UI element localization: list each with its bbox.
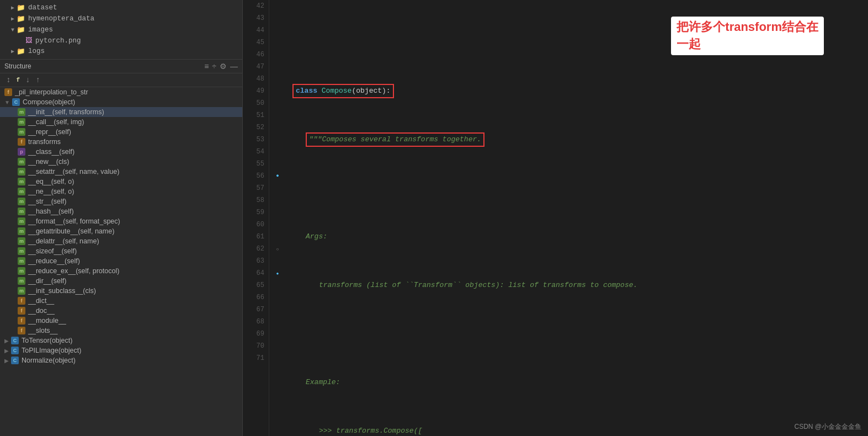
struct-item-slots[interactable]: f __slots__ [0,326,242,336]
struct-label: __repr__(self) [28,128,71,136]
struct-item-reduce[interactable]: m __reduce__(self) [0,256,242,266]
watermark: CSDN @小金金金金鱼 [794,422,861,432]
struct-item-getattr[interactable]: m __getattribute__(self, name) [0,226,242,236]
badge-m: m [18,217,25,225]
sort-az-btn[interactable]: ↕ [4,75,12,85]
structure-header: Structure ≡ ÷ ⚙ — [0,59,242,73]
struct-item-sizeof[interactable]: m __sizeof__(self) [0,246,242,256]
struct-item-hash[interactable]: m __hash__(self) [0,206,242,216]
expand-btn[interactable]: ↓ [24,75,31,85]
badge-c: C [11,337,19,344]
annotation-box: 把许多个transform结合在 一起 [671,17,824,55]
struct-label: __dir__(self) [28,277,66,285]
code-wrapper: class Compose(object): """Composes sever… [286,0,868,436]
badge-c: C [11,347,19,354]
struct-item-class[interactable]: p __class__(self) [0,147,242,157]
folder-icon: 📁 [17,14,25,23]
gutter: ● ○ ● [269,0,286,436]
code-line-48 [292,328,861,340]
badge-m: m [18,168,25,176]
fold-62[interactable]: ○ [269,243,286,255]
tree-label: dataset [28,4,57,12]
badge-m: m [18,247,25,255]
struct-item-setattr[interactable]: m __setattr__(self, name, value) [0,167,242,177]
struct-label: __class__(self) [28,148,74,156]
badge-m: m [18,188,25,195]
filter-fields-btn[interactable]: f [14,76,22,84]
struct-item-initsubclass[interactable]: m __init_subclass__(cls) [0,286,242,296]
tree-item-dataset[interactable]: ▶ 📁 dataset [0,2,242,13]
tree-item-pytorch[interactable]: ▶ 🖼 pytorch.png [0,35,242,46]
code-line-44: """Composes several transforms together. [292,134,861,146]
structure-actions: ≡ ÷ ⚙ — [204,62,238,71]
struct-item-repr[interactable]: m __repr__(self) [0,127,242,137]
breakpoint-56[interactable]: ● [269,170,286,182]
struct-item-totensor[interactable]: ▶ C ToTensor(object) [0,336,242,345]
struct-item-transforms-f[interactable]: f transforms [0,137,242,147]
struct-item-new[interactable]: m __new__(cls) [0,157,242,167]
arrow-icon: ▶ [11,48,14,55]
badge-m: m [18,108,25,116]
struct-item-call[interactable]: m __call__(self, img) [0,117,242,127]
struct-item-reduce-ex[interactable]: m __reduce_ex__(self, protocol) [0,266,242,276]
struct-item-dir[interactable]: m __dir__(self) [0,276,242,286]
code-scroll[interactable]: 42 43 44 45 46 47 48 49 50 51 52 53 54 5… [243,0,868,436]
badge-m: m [18,277,25,285]
struct-label: Compose(object) [23,98,75,106]
filter-icon[interactable]: ÷ [212,62,216,71]
struct-item-compose[interactable]: ▼ C Compose(object) [0,97,242,107]
struct-label: transforms [28,138,61,146]
struct-label: __sizeof__(self) [28,247,77,255]
struct-item-doc[interactable]: f __doc__ [0,306,242,316]
struct-item-delattr[interactable]: m __delattr__(self, name) [0,236,242,246]
struct-item-init[interactable]: m __init__(self, transforms) [0,107,242,117]
struct-item-normalize[interactable]: ▶ C Normalize(object) [0,355,242,365]
tree-item-logs[interactable]: ▶ 📁 logs [0,46,242,57]
struct-label: __module__ [28,317,66,325]
struct-label: __doc__ [28,307,55,315]
struct-label: __reduce_ex__(self, protocol) [28,267,119,275]
structure-title: Structure [4,62,31,70]
arrow-icon: ▶ [4,348,9,354]
badge-f: f [18,327,25,334]
struct-label: __dict__ [28,297,54,305]
badge-p: p [18,148,25,156]
arrow-icon: ▶ [11,15,14,22]
structure-toolbar: ↕ f ↓ ↑ [0,73,242,87]
badge-m: m [18,208,25,215]
struct-item-dict[interactable]: f __dict__ [0,296,242,306]
collapse-btn[interactable]: ↑ [34,75,41,85]
arrow-icon: ▼ [11,27,14,33]
bookmark-64[interactable]: ● [269,267,286,279]
struct-label: ToTensor(object) [22,337,72,344]
badge-m: m [18,237,25,245]
badge-c: C [12,98,20,106]
struct-label: __hash__(self) [28,208,74,215]
struct-label: __init__(self, transforms) [28,108,104,116]
badge-f: f [18,138,25,146]
badge-m: m [18,267,25,275]
badge-m: m [18,227,25,235]
code-line-45 [292,182,861,194]
badge-c: C [11,357,19,364]
badge-f: f [18,297,25,305]
arrow-icon: ▼ [4,99,10,105]
struct-item-format[interactable]: m __format__(self, format_spec) [0,216,242,226]
struct-label: __init_subclass__(cls) [28,287,96,295]
collapse-icon[interactable]: — [230,62,238,71]
struct-item-eq[interactable]: m __eq__(self, o) [0,177,242,187]
tree-item-images[interactable]: ▼ 📁 images [0,24,242,35]
struct-item-topil[interactable]: ▶ C ToPILImage(object) [0,345,242,355]
struct-item-pil[interactable]: f _pil_interpolation_to_str [0,87,242,97]
code-content[interactable]: class Compose(object): """Composes sever… [286,0,868,436]
struct-label: __ne__(self, o) [28,188,74,195]
sort-icon[interactable]: ≡ [204,62,209,71]
struct-label: Normalize(object) [22,357,76,364]
struct-item-module[interactable]: f __module__ [0,316,242,326]
badge-m: m [18,128,25,136]
struct-item-str[interactable]: m __str__(self) [0,196,242,206]
struct-item-ne[interactable]: m __ne__(self, o) [0,187,242,196]
badge-m: m [18,118,25,126]
settings-icon[interactable]: ⚙ [220,62,227,71]
tree-item-hymenoptera[interactable]: ▶ 📁 hymenoptera_data [0,13,242,24]
